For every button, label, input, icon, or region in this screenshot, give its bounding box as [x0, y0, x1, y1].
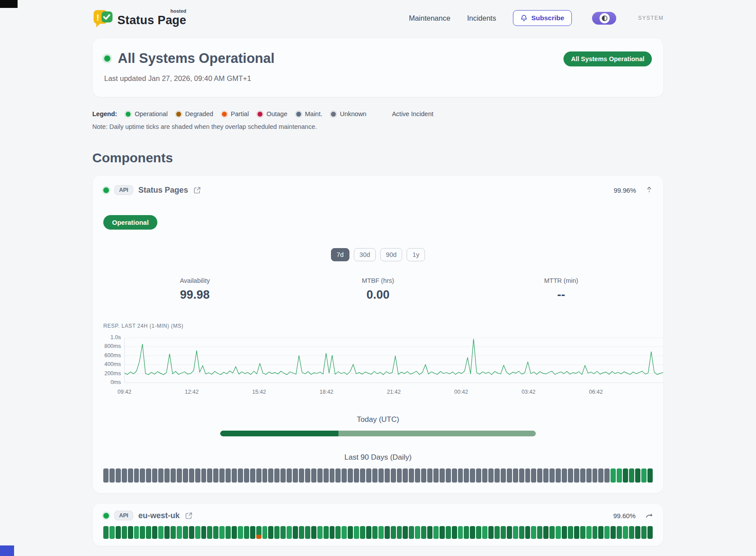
uptime-tick[interactable] — [397, 468, 402, 483]
uptime-tick[interactable] — [335, 468, 341, 483]
uptime-tick[interactable] — [366, 526, 371, 539]
uptime-tick[interactable] — [562, 526, 567, 539]
uptime-tick[interactable] — [262, 468, 268, 483]
uptime-tick[interactable] — [433, 468, 439, 483]
uptime-tick[interactable] — [280, 468, 286, 483]
uptime-tick[interactable] — [537, 468, 542, 483]
nav-maintenance[interactable]: Maintenance — [409, 14, 450, 22]
uptime-tick[interactable] — [232, 468, 237, 483]
uptime-tick[interactable] — [421, 468, 426, 483]
uptime-tick[interactable] — [629, 468, 634, 483]
uptime-tick[interactable] — [391, 526, 396, 539]
uptime-tick[interactable] — [311, 526, 316, 539]
uptime-tick[interactable] — [134, 468, 139, 483]
uptime-tick[interactable] — [140, 526, 145, 539]
external-link-icon[interactable] — [193, 187, 201, 194]
uptime-tick[interactable] — [464, 468, 469, 483]
uptime-tick[interactable] — [501, 526, 506, 539]
uptime-tick[interactable] — [122, 526, 127, 539]
uptime-tick[interactable] — [250, 526, 255, 539]
uptime-tick[interactable] — [116, 468, 121, 483]
uptime-tick[interactable] — [464, 526, 469, 539]
uptime-tick[interactable] — [476, 468, 481, 483]
uptime-tick[interactable] — [507, 526, 512, 539]
uptime-tick[interactable] — [604, 468, 610, 483]
collapse-arrow-icon[interactable] — [646, 186, 653, 194]
uptime-tick[interactable] — [128, 526, 133, 539]
uptime-tick[interactable] — [287, 526, 292, 539]
uptime-tick[interactable] — [201, 468, 207, 483]
timeframe-button-90d[interactable]: 90d — [380, 248, 402, 261]
uptime-tick[interactable] — [476, 526, 481, 539]
external-link-icon[interactable] — [185, 512, 193, 519]
uptime-tick[interactable] — [152, 468, 157, 483]
uptime-tick[interactable] — [323, 526, 329, 539]
uptime-tick[interactable] — [421, 526, 426, 539]
uptime-tick[interactable] — [415, 468, 420, 483]
uptime-tick[interactable] — [519, 526, 524, 539]
theme-toggle[interactable] — [592, 12, 616, 25]
uptime-tick[interactable] — [488, 468, 494, 483]
uptime-tick[interactable] — [256, 468, 262, 483]
uptime-tick[interactable] — [103, 468, 109, 483]
nav-incidents[interactable]: Incidents — [467, 14, 496, 22]
uptime-tick[interactable] — [305, 468, 310, 483]
uptime-tick[interactable] — [372, 468, 378, 483]
uptime-tick[interactable] — [280, 526, 286, 539]
uptime-tick[interactable] — [330, 468, 335, 483]
uptime-tick[interactable] — [574, 526, 579, 539]
uptime-tick[interactable] — [598, 526, 603, 539]
uptime-tick[interactable] — [219, 468, 225, 483]
uptime-tick[interactable] — [403, 526, 408, 539]
uptime-tick[interactable] — [391, 468, 396, 483]
uptime-tick[interactable] — [641, 526, 647, 539]
uptime-tick[interactable] — [146, 526, 151, 539]
uptime-tick[interactable] — [574, 468, 579, 483]
uptime-tick[interactable] — [409, 526, 414, 539]
timeframe-button-1y[interactable]: 1y — [407, 248, 425, 261]
uptime-tick[interactable] — [549, 526, 555, 539]
uptime-tick[interactable] — [562, 468, 567, 483]
uptime-tick[interactable] — [232, 526, 237, 539]
uptime-tick[interactable] — [213, 468, 218, 483]
uptime-tick[interactable] — [568, 468, 573, 483]
uptime-tick[interactable] — [317, 526, 323, 539]
uptime-tick[interactable] — [183, 468, 188, 483]
uptime-tick[interactable] — [482, 526, 487, 539]
uptime-tick[interactable] — [458, 526, 463, 539]
uptime-tick[interactable] — [299, 468, 304, 483]
uptime-tick[interactable] — [525, 526, 531, 539]
uptime-tick[interactable] — [140, 468, 145, 483]
uptime-tick[interactable] — [219, 526, 225, 539]
uptime-tick[interactable] — [335, 526, 341, 539]
uptime-tick[interactable] — [647, 468, 653, 483]
uptime-tick[interactable] — [317, 468, 323, 483]
uptime-tick[interactable] — [586, 468, 592, 483]
uptime-tick[interactable] — [177, 468, 182, 483]
uptime-tick[interactable] — [586, 526, 592, 539]
uptime-tick[interactable] — [556, 468, 561, 483]
uptime-tick[interactable] — [385, 468, 390, 483]
uptime-tick[interactable] — [531, 468, 536, 483]
uptime-tick[interactable] — [164, 526, 170, 539]
uptime-tick[interactable] — [525, 468, 531, 483]
uptime-tick[interactable] — [354, 468, 359, 483]
uptime-tick[interactable] — [440, 526, 445, 539]
uptime-tick[interactable] — [501, 468, 506, 483]
uptime-tick[interactable] — [537, 526, 542, 539]
uptime-tick[interactable] — [342, 468, 347, 483]
uptime-tick[interactable] — [366, 468, 371, 483]
uptime-tick[interactable] — [617, 468, 622, 483]
uptime-tick[interactable] — [611, 468, 616, 483]
subscribe-button[interactable]: Subscribe — [513, 10, 572, 26]
uptime-tick[interactable] — [207, 468, 212, 483]
uptime-tick[interactable] — [494, 526, 500, 539]
uptime-tick[interactable] — [446, 468, 451, 483]
uptime-tick[interactable] — [171, 526, 176, 539]
uptime-tick[interactable] — [274, 468, 280, 483]
uptime-tick[interactable] — [109, 526, 115, 539]
uptime-tick[interactable] — [647, 526, 653, 539]
uptime-tick[interactable] — [122, 468, 127, 483]
uptime-tick[interactable] — [103, 526, 109, 539]
expand-arrow-icon[interactable] — [645, 512, 653, 519]
